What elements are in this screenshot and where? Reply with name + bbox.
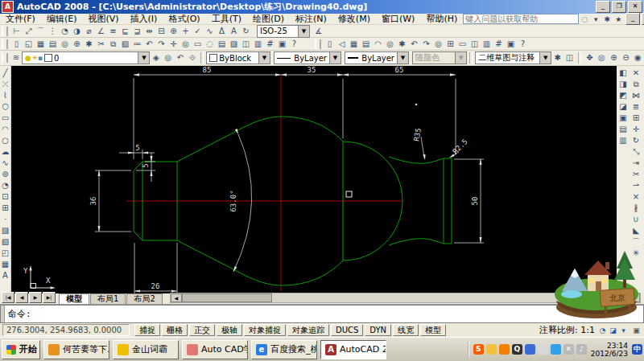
bring-to-front-icon[interactable]: ◨ xyxy=(617,79,629,90)
dimension-style-icon[interactable]: ∡ xyxy=(312,26,324,37)
chevron-down-icon[interactable]: ▼ xyxy=(539,52,551,64)
mirror-icon[interactable]: ⋈ xyxy=(630,90,642,101)
zoom2-icon[interactable]: ◎ xyxy=(432,39,444,50)
minimize-button[interactable]: _ xyxy=(596,1,610,13)
task-autocad[interactable]: AAutoCAD 2... xyxy=(320,340,386,359)
coordinate-readout[interactable]: 276.3004, 254.9683, 0.0000 xyxy=(2,324,130,336)
rotate-icon[interactable]: ↻ xyxy=(630,135,642,146)
hatch-icon[interactable]: ▨ xyxy=(0,225,10,236)
dim-style-combo[interactable]: ISO-25 ▼ xyxy=(257,25,310,38)
command-line-window[interactable]: 命令: xyxy=(0,305,644,323)
volume-tray-icon[interactable]: ♪ xyxy=(576,344,587,355)
extend-icon[interactable]: ⇀ xyxy=(630,180,642,191)
plot2-icon[interactable]: ▤ xyxy=(360,39,372,50)
scale-icon[interactable]: ⤡ xyxy=(630,146,642,158)
save-icon[interactable]: ▦ xyxy=(35,39,47,50)
save2-icon[interactable]: ▦ xyxy=(348,39,360,50)
taskbar-clock[interactable]: 23:14 2012/6/23 xyxy=(591,342,628,358)
menu-window[interactable]: 窗口(W) xyxy=(376,13,420,25)
tools2-icon[interactable]: ✱ xyxy=(396,39,408,50)
communication-center-icon[interactable]: ✱ xyxy=(601,14,613,24)
tool-tray-icon[interactable] xyxy=(499,344,510,355)
zoom-out-icon[interactable]: ⊖ xyxy=(620,52,632,64)
aligned-dimension-icon[interactable]: ⤢ xyxy=(23,26,35,37)
plot-preview-icon[interactable]: ◎ xyxy=(59,39,71,50)
insert-block-icon[interactable]: ⊡ xyxy=(0,191,10,203)
zoom-realtime-icon[interactable]: ◎ xyxy=(180,39,192,50)
polyline-icon[interactable]: ⌇ xyxy=(0,90,10,101)
model-space-canvas[interactable]: 85 35 65 5 5 36 26 50 R35 R2.5 63.0° Y xyxy=(11,66,617,293)
arc-icon[interactable]: ◠ xyxy=(0,124,10,135)
tolerance-icon[interactable]: ⊕ xyxy=(167,26,180,37)
zoom-view-icon[interactable]: ◎ xyxy=(596,52,608,64)
task-jinshanciba[interactable]: 金山词霸 xyxy=(113,340,179,359)
pan-view-icon[interactable]: ✥ xyxy=(584,52,596,64)
scroll-left-icon[interactable]: ◀ xyxy=(171,293,182,302)
tab-nav-next[interactable]: ▶ xyxy=(29,292,42,303)
menu-help[interactable]: 帮助(H) xyxy=(420,13,463,25)
menu-insert[interactable]: 插入(I) xyxy=(125,13,163,25)
status-menu-arrow-icon[interactable]: ▾ xyxy=(618,326,629,335)
favorites-icon[interactable]: ★ xyxy=(613,14,624,24)
menu-view[interactable]: 视图(V) xyxy=(82,13,124,25)
copy-icon[interactable]: ⧉ xyxy=(630,79,642,90)
chamfer-icon[interactable]: ◣ xyxy=(630,225,642,236)
annotation-autoscale-icon[interactable]: ◪ xyxy=(608,326,618,335)
circle-icon[interactable]: ○ xyxy=(0,135,10,146)
new2-icon[interactable]: ▯ xyxy=(324,39,336,50)
zoom-in-icon[interactable]: ⊕ xyxy=(608,52,620,64)
annotation-scale-label[interactable]: 注释比例: 1:1 xyxy=(539,324,595,336)
menu-draw[interactable]: 绘图(D) xyxy=(247,13,290,25)
linear-dimension-icon[interactable]: ⊢ xyxy=(10,26,23,37)
ellipse-arc-icon[interactable]: ◔ xyxy=(0,180,10,191)
start-button[interactable]: 开始 xyxy=(2,340,40,359)
workspace-combo[interactable]: 二维草图与注释 ▼ xyxy=(475,51,551,64)
globe-tray-icon[interactable] xyxy=(551,344,561,355)
open2-icon[interactable]: ◁ xyxy=(336,39,348,50)
designcenter-icon[interactable]: ▣ xyxy=(276,39,288,50)
send-under-icon[interactable]: ▣ xyxy=(617,113,629,124)
menu-edit[interactable]: 编辑(E) xyxy=(41,13,83,25)
arc-length-icon[interactable]: ⌒ xyxy=(35,26,47,37)
mute-tray-icon[interactable]: ✕ xyxy=(564,344,574,355)
send-to-back-icon[interactable]: ◩ xyxy=(617,90,629,101)
array-icon[interactable]: ⊞ xyxy=(630,113,642,124)
menu-format[interactable]: 格式(O) xyxy=(163,13,205,25)
sheetset2-icon[interactable]: ◫ xyxy=(469,39,481,50)
undo2-icon[interactable]: ↶ xyxy=(408,39,420,50)
new-icon[interactable]: ▯ xyxy=(10,39,23,50)
toolbar-grip[interactable] xyxy=(2,39,8,49)
task-baidu-search[interactable]: e百度搜索_桃... xyxy=(251,340,317,359)
copy-clip-icon[interactable]: ⧉ xyxy=(107,39,119,50)
stretch-icon[interactable]: ⇥ xyxy=(630,158,642,169)
redo-icon[interactable]: ↷ xyxy=(155,39,167,50)
qq-tray-icon[interactable]: Q xyxy=(512,344,522,355)
dimension-update-icon[interactable]: ↻ xyxy=(240,26,252,37)
revision-cloud-icon[interactable]: ☁ xyxy=(0,146,10,158)
construction-line-icon[interactable]: ⤫ xyxy=(0,79,10,90)
help2-icon[interactable]: ? xyxy=(517,39,529,50)
move-icon[interactable]: ✛ xyxy=(630,124,642,135)
markup-icon[interactable]: ▨ xyxy=(228,39,240,50)
task-hekuyaodeng[interactable]: 何苦要等下... xyxy=(43,340,109,359)
plot-icon[interactable]: ▤ xyxy=(47,39,59,50)
make-block-icon[interactable]: ⊞ xyxy=(0,203,10,214)
layer-previous-icon[interactable]: ↶ xyxy=(174,52,186,64)
join-icon[interactable]: ∪ xyxy=(630,214,642,225)
dict-tray-icon[interactable] xyxy=(525,344,535,355)
workspace-settings-icon[interactable]: ✱ xyxy=(551,52,564,64)
toolbar-grip[interactable] xyxy=(2,53,8,63)
inspection-icon[interactable]: ✓ xyxy=(192,26,204,37)
toolbar-grip[interactable] xyxy=(315,39,321,49)
menu-tools[interactable]: 工具(T) xyxy=(206,13,247,25)
help-icon[interactable]: ? xyxy=(288,39,300,50)
clipboard-tray-icon[interactable] xyxy=(538,344,548,355)
toggle-ducs[interactable]: DUCS xyxy=(331,324,363,336)
task-autocad-study[interactable]: Auto CAD学... xyxy=(182,340,248,359)
polygon-icon[interactable]: ⬡ xyxy=(0,101,10,113)
clean-screen-button[interactable]: ▣ xyxy=(631,326,642,335)
tab-model[interactable]: 模型 xyxy=(59,293,89,304)
menu-file[interactable]: 文件(F) xyxy=(0,13,41,25)
quick-dimension-icon[interactable]: ≡ xyxy=(107,26,119,37)
dimension-space-icon[interactable]: ⇹ xyxy=(143,26,155,37)
